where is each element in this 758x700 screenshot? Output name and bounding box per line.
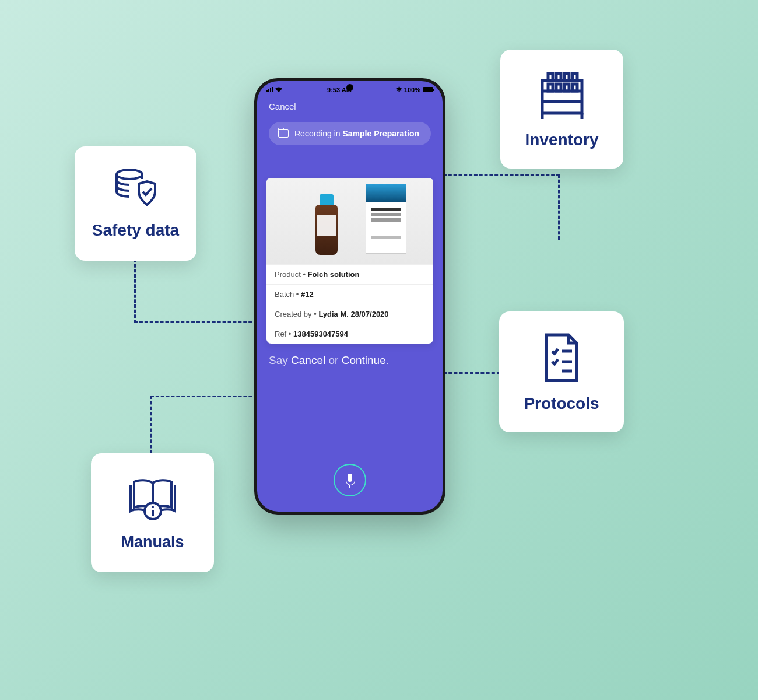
camera-notch [346,84,353,91]
signal-icon [266,87,273,92]
battery-pct: 100% [404,86,420,93]
voice-hint-say: Say [269,354,288,366]
row-value: 1384593047594 [293,330,348,338]
svg-rect-8 [548,84,553,91]
wifi-icon [275,87,282,92]
row-value: Folch solution [308,270,360,279]
cancel-button[interactable]: Cancel [269,102,296,111]
voice-hint: Say Cancel or Continue. [269,354,431,367]
recording-text: Recording in Sample Preparation [294,129,419,138]
recording-folder: Sample Preparation [343,129,420,138]
connector-manuals [150,396,262,454]
card-manuals[interactable]: Manuals [91,453,214,572]
product-box-graphic [366,184,406,254]
phone-frame: 9:53 AM ✱ 100% Cancel Recording in Sampl… [254,78,445,514]
product-row-ref: Ref • 1384593047594 [266,324,433,344]
svg-rect-5 [556,74,561,80]
app-header: Cancel [257,96,443,117]
svg-rect-7 [573,74,577,80]
microphone-button[interactable] [334,464,366,496]
row-label: Created by [275,310,312,318]
row-value: Lydia M. 28/07/2020 [318,310,388,318]
recording-pill[interactable]: Recording in Sample Preparation [269,122,431,145]
database-shield-icon [113,167,159,213]
row-label: Product [275,270,301,279]
product-row-created: Created by • Lydia M. 28/07/2020 [266,304,433,324]
card-inventory[interactable]: Inventory [500,50,623,169]
microphone-icon [345,474,355,487]
svg-point-0 [117,170,142,179]
card-label: Protocols [524,394,599,413]
voice-hint-end: . [386,354,389,366]
product-card: Product • Folch solution Batch • #12 Cre… [266,178,433,344]
connector-inventory [443,174,560,240]
book-info-icon [125,475,181,525]
card-safety-data[interactable]: Safety data [75,146,196,261]
card-protocols[interactable]: Protocols [499,312,624,432]
svg-rect-11 [573,84,577,91]
bluetooth-icon: ✱ [396,86,402,93]
shelf-rack-icon [536,69,588,123]
voice-hint-cancel: Cancel [291,354,325,366]
card-label: Manuals [121,533,184,551]
phone-screen: 9:53 AM ✱ 100% Cancel Recording in Sampl… [257,81,443,512]
svg-rect-6 [564,74,569,80]
row-label: Batch [275,290,294,299]
card-label: Inventory [525,131,598,149]
connector-safety [134,259,262,323]
product-row-batch: Batch • #12 [266,284,433,304]
checklist-document-icon [541,331,582,386]
voice-hint-or: or [328,354,338,366]
battery-icon [423,87,433,92]
svg-rect-4 [548,74,553,80]
svg-rect-10 [564,84,569,91]
recording-prefix: Recording in [294,129,341,138]
svg-rect-9 [556,84,561,91]
folder-icon [278,130,289,138]
row-value: #12 [301,290,314,299]
product-bottle-graphic [315,205,338,255]
product-row-product: Product • Folch solution [266,264,433,284]
row-label: Ref [275,330,286,338]
card-label: Safety data [92,221,179,240]
voice-hint-continue: Continue [342,354,386,366]
product-image [266,178,433,264]
svg-point-2 [152,506,154,508]
